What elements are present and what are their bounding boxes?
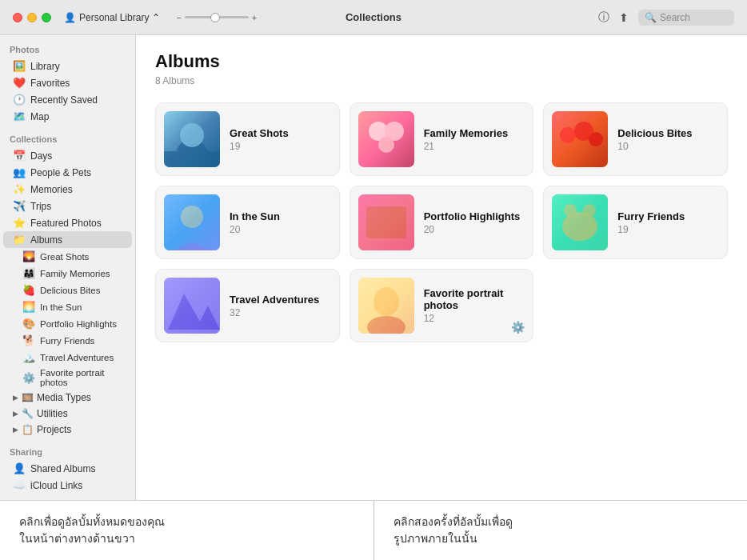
- annotation-right-text: คลิกสองครั้งที่อัลบั้มเพื่อดูรูปภาพภายใน…: [393, 515, 513, 545]
- expand-tri-media: ▶: [13, 394, 18, 402]
- album-count-great-shots: 19: [230, 141, 331, 152]
- sidebar-item-memories[interactable]: ✨ Memories: [3, 181, 132, 198]
- sidebar-item-days[interactable]: 📅 Days: [3, 147, 132, 164]
- album-card-furry[interactable]: Furry Friends 19: [543, 186, 728, 259]
- sidebar-label-shared-albums: Shared Albums: [30, 463, 95, 474]
- sidebar-item-recently-saved[interactable]: 🕐 Recently Saved: [3, 91, 132, 108]
- album-count-portfolio: 20: [424, 224, 525, 235]
- sidebar-sub-label-travel: Travel Adventures: [40, 353, 114, 362]
- album-count-sun: 20: [230, 224, 331, 235]
- search-icon: 🔍: [645, 12, 657, 23]
- sidebar-item-icloud-links[interactable]: ☁️ iCloud Links: [3, 477, 132, 494]
- sidebar-sub-sun[interactable]: 🌅 In the Sun: [3, 298, 132, 315]
- album-card-delicious[interactable]: Delicious Bites 10: [543, 102, 728, 176]
- slider-track[interactable]: [185, 16, 249, 18]
- album-count-delicious: 10: [617, 141, 719, 152]
- furry-sub-icon: 🐕: [22, 334, 35, 346]
- search-placeholder: Search: [660, 12, 690, 23]
- sidebar-sub-label-portrait: Favorite portrait photos: [40, 368, 122, 387]
- svg-point-11: [181, 206, 203, 228]
- toolbar-right: ⓘ ⬆ 🔍 Search: [598, 10, 734, 26]
- sidebar-item-people-pets[interactable]: 👥 People & Pets: [3, 164, 132, 181]
- sidebar: Photos 🖼️ Library ❤️ Favorites 🕐 Recentl…: [0, 35, 136, 500]
- sidebar-label-trips: Trips: [30, 201, 51, 212]
- sidebar-sub-travel[interactable]: 🏔️ Travel Adventures: [3, 349, 132, 366]
- sidebar-label-favorites: Favorites: [30, 78, 70, 89]
- album-card-travel[interactable]: Travel Adventures 32: [155, 269, 340, 342]
- sidebar-label-map: Map: [30, 111, 49, 122]
- svg-point-16: [564, 204, 577, 217]
- fullscreen-button[interactable]: [42, 13, 51, 22]
- sidebar-item-map[interactable]: 🗺️ Map: [3, 108, 132, 125]
- memories-icon: ✨: [13, 183, 26, 195]
- albums-grid: Great Shots 19 Family Memories 21: [155, 102, 728, 342]
- sidebar-item-library[interactable]: 🖼️ Library: [3, 58, 132, 74]
- sidebar-sub-portfolio[interactable]: 🎨 Portfolio Highlights: [3, 315, 132, 332]
- album-card-great-shots[interactable]: Great Shots 19: [155, 102, 340, 176]
- sidebar-sub-label-great-shots: Great Shots: [40, 252, 89, 262]
- recently-saved-icon: 🕐: [13, 94, 26, 106]
- album-card-family[interactable]: Family Memories 21: [350, 102, 534, 176]
- sidebar-item-albums[interactable]: 📁 Albums: [3, 231, 132, 248]
- sidebar-item-shared-albums[interactable]: 👤 Shared Albums: [3, 460, 132, 477]
- sidebar-label-featured: Featured Photos: [30, 218, 102, 229]
- sidebar-item-trips[interactable]: ✈️ Trips: [3, 198, 132, 214]
- slider-thumb[interactable]: [210, 13, 220, 22]
- sidebar-label-people-pets: People & Pets: [30, 167, 91, 178]
- sidebar-sub-label-sun: In the Sun: [40, 302, 82, 312]
- portrait-sub-icon: ⚙️: [22, 372, 35, 384]
- zoom-slider[interactable]: − +: [176, 13, 257, 22]
- svg-point-6: [560, 127, 576, 143]
- sidebar-label-utilities: Utilities: [37, 408, 68, 419]
- favorites-icon: ❤️: [13, 77, 26, 89]
- share-icon[interactable]: ⬆: [619, 11, 629, 24]
- utilities-icon: 🔧: [22, 408, 34, 419]
- sidebar-item-favorites[interactable]: ❤️ Favorites: [3, 74, 132, 91]
- sidebar-sub-family[interactable]: 👨‍👩‍👧 Family Memories: [3, 265, 132, 282]
- icloud-links-icon: ☁️: [13, 479, 26, 491]
- plus-icon: +: [252, 13, 257, 22]
- album-card-portrait[interactable]: Favorite portrait photos 12 ⚙️: [350, 269, 534, 342]
- close-button[interactable]: [13, 13, 22, 22]
- person-icon: 👤: [64, 12, 76, 23]
- sun-sub-icon: 🌅: [22, 301, 35, 313]
- album-count-furry: 19: [617, 224, 719, 235]
- toolbar-title: Collections: [346, 11, 401, 23]
- library-selector[interactable]: 👤 Personal Library ⌃: [64, 12, 160, 23]
- sidebar-sub-label-family: Family Memories: [40, 269, 110, 278]
- sidebar-sub-furry[interactable]: 🐕 Furry Friends: [3, 332, 132, 349]
- sidebar-sub-great-shots[interactable]: 🌄 Great Shots: [3, 248, 132, 265]
- sidebar-sub-portrait[interactable]: ⚙️ Favorite portrait photos: [3, 366, 132, 390]
- album-thumb-portrait: [358, 278, 414, 334]
- svg-point-15: [562, 212, 597, 241]
- days-icon: 📅: [13, 150, 26, 162]
- sidebar-media-types[interactable]: ▶ 🎞️ Media Types: [3, 390, 132, 406]
- albums-title: Albums: [155, 51, 728, 72]
- photos-section-header: Photos: [0, 35, 135, 58]
- album-info-portfolio: Portfolio Highlights 20: [424, 210, 525, 235]
- sidebar-label-projects: Projects: [37, 424, 71, 435]
- sidebar-projects[interactable]: ▶ 📋 Projects: [3, 422, 132, 438]
- sidebar-sub-label-furry: Furry Friends: [40, 336, 94, 346]
- main-layout: Photos 🖼️ Library ❤️ Favorites 🕐 Recentl…: [0, 35, 747, 500]
- collections-section-header: Collections: [0, 125, 135, 147]
- sidebar-label-days: Days: [30, 150, 52, 162]
- album-card-sun[interactable]: In the Sun 20: [155, 186, 340, 259]
- sidebar-item-featured[interactable]: ⭐ Featured Photos: [3, 214, 132, 231]
- search-box[interactable]: 🔍 Search: [638, 10, 734, 26]
- sharing-section-header: Sharing: [0, 438, 135, 460]
- info-icon[interactable]: ⓘ: [598, 10, 609, 25]
- album-thumb-sun: [164, 194, 220, 250]
- map-icon: 🗺️: [13, 110, 26, 122]
- sidebar-utilities[interactable]: ▶ 🔧 Utilities: [3, 406, 132, 422]
- svg-rect-13: [366, 206, 406, 238]
- family-sub-icon: 👨‍👩‍👧: [22, 267, 35, 279]
- albums-icon: 📁: [13, 234, 26, 246]
- minimize-button[interactable]: [27, 13, 37, 22]
- album-thumb-travel: [164, 278, 220, 334]
- sidebar-sub-label-portfolio: Portfolio Highlights: [40, 319, 117, 329]
- album-card-portfolio[interactable]: Portfolio Highlights 20: [350, 186, 534, 259]
- portfolio-sub-icon: 🎨: [22, 318, 35, 330]
- sidebar-sub-delicious[interactable]: 🍓 Delicious Bites: [3, 282, 132, 298]
- chevron-icon: ⌃: [152, 12, 160, 23]
